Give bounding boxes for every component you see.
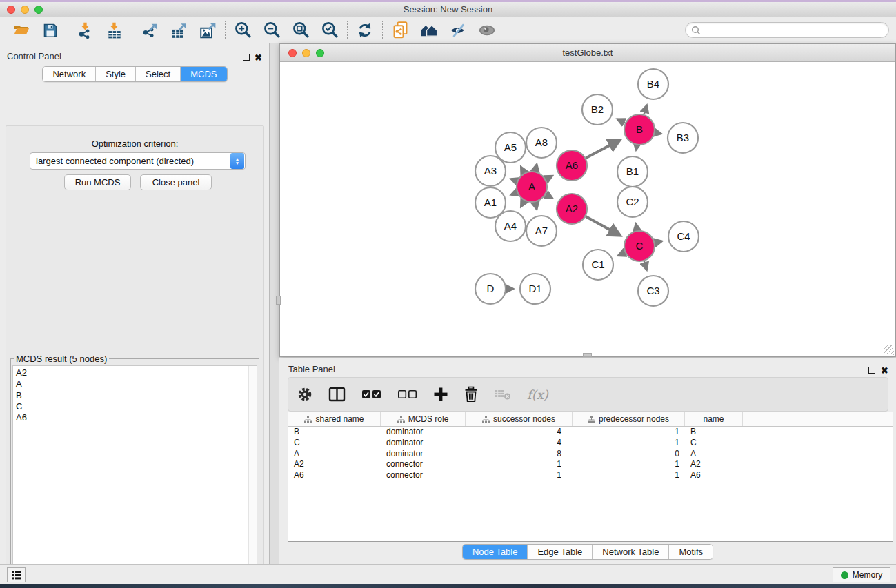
graph-edge-A-A6[interactable]: [546, 176, 552, 179]
tab-motifs[interactable]: Motifs: [669, 545, 713, 559]
table-cell[interactable]: A2: [288, 459, 381, 470]
column-header-shared-name[interactable]: shared name: [288, 412, 381, 426]
run-mcds-button[interactable]: Run MCDS: [64, 174, 131, 190]
graph-edge-B-B4[interactable]: [644, 105, 647, 114]
table-cell[interactable]: dominator: [381, 449, 466, 460]
table-cell[interactable]: 1: [573, 459, 685, 470]
memory-button[interactable]: Memory: [833, 567, 890, 582]
table-cell[interactable]: connector: [381, 470, 466, 481]
graph-edge-A-A4[interactable]: [521, 201, 524, 207]
network-window-titlebar[interactable]: testGlobe.txt: [280, 44, 895, 62]
close-panel-button-mcds[interactable]: Close panel: [140, 174, 212, 190]
close-window-button[interactable]: [7, 6, 15, 14]
graph-edge-A-A2[interactable]: [546, 194, 552, 198]
table-cell[interactable]: 1: [466, 459, 573, 470]
graph-edge-A6-B[interactable]: [586, 140, 619, 158]
graph-edge-A-A7[interactable]: [535, 202, 537, 209]
graph-node-B4[interactable]: B4: [638, 69, 668, 99]
mcds-result-item[interactable]: B: [16, 390, 257, 401]
table-cell[interactable]: 8: [466, 449, 573, 460]
graph-node-A2[interactable]: A2: [557, 194, 587, 224]
table-cell[interactable]: A6: [685, 470, 743, 481]
graph-edge-A-A8[interactable]: [535, 164, 537, 171]
table-cell[interactable]: 4: [466, 427, 573, 438]
graph-node-C1[interactable]: C1: [583, 250, 613, 280]
graph-node-D1[interactable]: D1: [520, 274, 550, 304]
table-cell[interactable]: C: [288, 438, 381, 449]
add-column-button[interactable]: [433, 383, 448, 406]
graph-node-B3[interactable]: B3: [668, 123, 698, 153]
table-cell[interactable]: 0: [573, 449, 685, 460]
search-box[interactable]: [685, 22, 889, 38]
table-settings-button[interactable]: [297, 383, 313, 406]
tab-network[interactable]: Network: [43, 67, 96, 81]
graph-edge-C-C3[interactable]: [644, 261, 647, 270]
zoom-out-button[interactable]: [257, 19, 286, 41]
task-history-button[interactable]: [7, 567, 26, 582]
zoom-fit-button[interactable]: [286, 19, 315, 41]
graph-edge-B-B1[interactable]: [636, 145, 637, 150]
graph-node-A8[interactable]: A8: [526, 128, 557, 158]
close-panel-button[interactable]: ✖: [255, 51, 262, 63]
export-network-button[interactable]: [135, 19, 164, 41]
table-cell[interactable]: dominator: [381, 427, 466, 438]
show-all-columns-button[interactable]: [361, 383, 382, 406]
graph-node-C2[interactable]: C2: [617, 187, 648, 217]
table-cell[interactable]: B: [685, 427, 743, 438]
table-row[interactable]: A2connector11A2: [288, 459, 893, 470]
graph-node-A[interactable]: A: [517, 172, 547, 202]
table-cell[interactable]: 1: [573, 427, 685, 438]
import-table-button[interactable]: [100, 19, 129, 41]
table-cell[interactable]: A6: [288, 470, 381, 481]
table-cell[interactable]: 4: [466, 438, 573, 449]
tab-select[interactable]: Select: [136, 67, 181, 81]
graph-node-D[interactable]: D: [475, 274, 506, 304]
graph-edge-C-C2[interactable]: [636, 224, 637, 231]
tab-node-table[interactable]: Node Table: [463, 545, 528, 559]
splitter-handle-horizontal[interactable]: [583, 353, 592, 357]
mcds-result-list[interactable]: A2ABCA6: [12, 365, 257, 586]
delete-columns-button[interactable]: [464, 383, 479, 406]
graph-node-B1[interactable]: B1: [617, 156, 648, 187]
graph-node-B2[interactable]: B2: [582, 94, 613, 125]
graph-edge-C-C4[interactable]: [655, 241, 661, 243]
graph-node-C4[interactable]: C4: [668, 221, 699, 252]
network-canvas[interactable]: B4B2BB3A8A5A6A3B1AC2A1A2A4A7C4CC1C3DD1: [280, 63, 895, 356]
graph-edge-A-A3[interactable]: [511, 179, 517, 181]
column-header-successor-nodes[interactable]: successor nodes: [466, 412, 573, 426]
graph-node-C3[interactable]: C3: [638, 276, 668, 306]
table-cell[interactable]: A2: [685, 459, 743, 470]
import-network-button[interactable]: [71, 19, 100, 41]
minimize-network-button[interactable]: [302, 49, 310, 57]
tab-mcds[interactable]: MCDS: [181, 67, 226, 81]
hide-graphics-details-button[interactable]: [444, 19, 472, 41]
column-header-predecessor-nodes[interactable]: predecessor nodes: [573, 412, 685, 426]
delete-table-button[interactable]: [494, 383, 512, 406]
hide-all-columns-button[interactable]: [397, 383, 418, 406]
splitter-handle-vertical[interactable]: [276, 296, 281, 305]
mcds-result-item[interactable]: A2: [16, 367, 257, 378]
graph-node-B[interactable]: B: [624, 114, 655, 145]
zoom-in-button[interactable]: [228, 19, 257, 41]
function-builder-button[interactable]: f(x): [527, 383, 548, 406]
tab-edge-table[interactable]: Edge Table: [528, 545, 593, 559]
graph-node-A3[interactable]: A3: [475, 156, 506, 186]
open-session-button[interactable]: [7, 19, 36, 41]
graph-node-A7[interactable]: A7: [526, 216, 557, 246]
table-cell[interactable]: A: [685, 449, 743, 460]
optimization-criterion-select[interactable]: largest connected component (directed) ▲…: [30, 152, 246, 170]
refresh-button[interactable]: [350, 19, 379, 41]
tab-network-table[interactable]: Network Table: [593, 545, 669, 559]
mcds-result-item[interactable]: C: [16, 401, 257, 412]
graph-edge-A-A1[interactable]: [511, 192, 517, 194]
mcds-result-item[interactable]: A6: [16, 412, 257, 423]
search-input[interactable]: [701, 25, 874, 36]
duplicate-network-button[interactable]: [386, 19, 415, 41]
table-cell[interactable]: B: [288, 427, 381, 438]
float-table-panel-button[interactable]: [868, 364, 875, 376]
home-views-button[interactable]: [415, 19, 444, 41]
column-header-name[interactable]: name: [685, 412, 743, 426]
minimize-window-button[interactable]: [21, 6, 29, 14]
float-panel-button[interactable]: [243, 51, 250, 63]
tab-style[interactable]: Style: [96, 67, 136, 81]
